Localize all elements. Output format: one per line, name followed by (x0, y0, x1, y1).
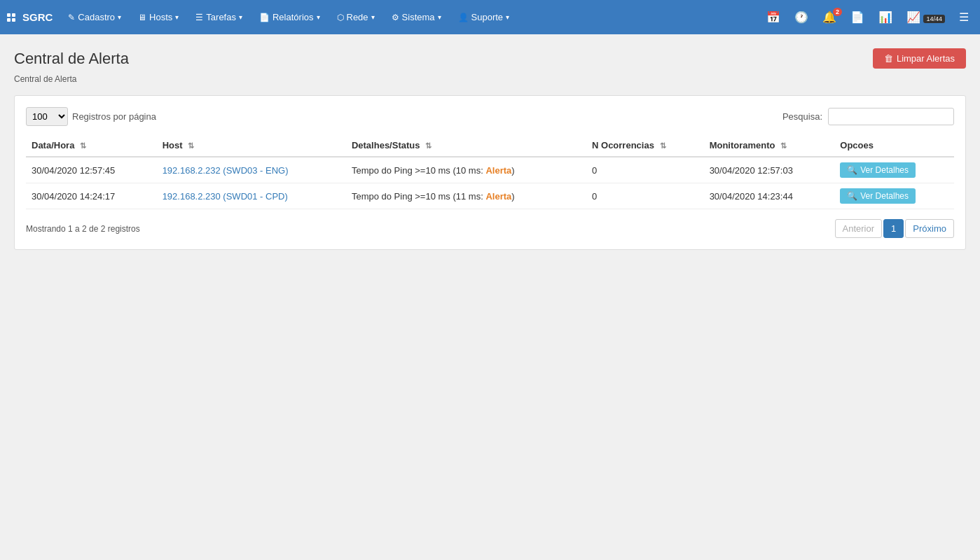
rede-caret: ▾ (371, 13, 375, 21)
nav-tarefas-label: Tarefas (206, 12, 236, 22)
page-title: Central de Alerta (14, 50, 129, 68)
cell-monitoramento-1: 30/04/2020 14:23:44 (704, 183, 835, 209)
cell-host-1: 192.168.2.230 (SWD01 - CPD) (157, 183, 346, 209)
cell-opcoes-0: 🔍Ver Detalhes (834, 157, 954, 183)
document-icon[interactable]: 📄 (846, 10, 869, 24)
suporte-caret: ▾ (506, 13, 509, 21)
brand[interactable]: SGRC (7, 11, 53, 23)
table-row: 30/04/2020 14:24:17192.168.2.230 (SWD01 … (26, 183, 954, 209)
nav-tarefas[interactable]: ☰ Tarefas ▾ (188, 0, 249, 34)
search-icon: 🔍 (847, 165, 857, 175)
counter-badge: 14/44 (923, 15, 945, 23)
sort-icon-data-hora[interactable]: ⇅ (80, 141, 86, 150)
relatorios-caret: ▾ (317, 13, 320, 21)
relatorios-icon: 📄 (259, 13, 270, 22)
cell-host-0: 192.168.2.232 (SWD03 - ENG) (157, 157, 346, 183)
col-detalhes: Detalhes/Status ⇅ (346, 134, 586, 157)
table-row: 30/04/2020 12:57:45192.168.2.232 (SWD03 … (26, 157, 954, 183)
chart-icon[interactable]: 📈 14/44 (902, 10, 949, 24)
alert-text-0: Alerta (485, 165, 511, 176)
cadastro-caret: ▾ (118, 13, 121, 21)
clear-alerts-label: Limpar Alertas (897, 53, 955, 64)
cell-data-hora-0: 30/04/2020 12:57:45 (26, 157, 157, 183)
table-footer: Mostrando 1 a 2 de 2 registros Anterior … (26, 219, 954, 238)
hosts-icon: 🖥 (138, 13, 146, 22)
nav-hosts-label: Hosts (149, 12, 172, 22)
cell-data-hora-1: 30/04/2020 14:24:17 (26, 183, 157, 209)
brand-label: SGRC (22, 11, 53, 23)
nav-relatorios[interactable]: 📄 Relatórios ▾ (252, 0, 327, 34)
clear-alerts-button[interactable]: 🗑 Limpar Alertas (873, 48, 966, 69)
suporte-icon: 👤 (458, 13, 469, 22)
navbar-right: 📅 🕐 🔔 2 📄 📊 📈 14/44 ☰ (762, 10, 973, 24)
alerts-table: Data/Hora ⇅ Host ⇅ Detalhes/Status ⇅ N O… (26, 134, 954, 209)
calendar-icon[interactable]: 📅 (762, 10, 785, 24)
navbar: SGRC ✎ Cadastro ▾ 🖥 Hosts ▾ ☰ Tarefas ▾ … (0, 0, 980, 34)
sort-icon-detalhes[interactable]: ⇅ (425, 141, 432, 150)
col-ocorrencias: N Ocorrencias ⇅ (586, 134, 704, 157)
cell-monitoramento-0: 30/04/2020 12:57:03 (704, 157, 835, 183)
tarefas-caret: ▾ (239, 13, 242, 21)
cell-ocorrencias-1: 0 (586, 183, 704, 209)
nav-cadastro[interactable]: ✎ Cadastro ▾ (61, 0, 128, 34)
prev-page-button[interactable]: Anterior (835, 219, 883, 238)
per-page-label: Registros por página (72, 111, 156, 122)
bell-badge: 2 (833, 8, 842, 16)
breadcrumb: Central de Alerta (14, 74, 966, 84)
table-icon[interactable]: 📊 (874, 10, 897, 24)
controls-row: 100 50 25 Registros por página Pesquisa: (26, 107, 954, 126)
col-host: Host ⇅ (157, 134, 346, 157)
trash-icon: 🗑 (884, 53, 893, 64)
page-container: Central de Alerta 🗑 Limpar Alertas Centr… (0, 34, 980, 560)
hosts-caret: ▾ (175, 13, 179, 21)
ver-detalhes-button-1[interactable]: 🔍Ver Detalhes (840, 188, 916, 204)
per-page-select[interactable]: 100 50 25 (26, 107, 68, 126)
main-card: 100 50 25 Registros por página Pesquisa:… (14, 95, 966, 250)
nav-sistema-label: Sistema (402, 12, 435, 22)
col-opcoes: Opcoes (834, 134, 954, 157)
host-link-0[interactable]: 192.168.2.232 (SWD03 - ENG) (163, 165, 289, 176)
sort-icon-host[interactable]: ⇅ (188, 141, 194, 150)
cell-ocorrencias-0: 0 (586, 157, 704, 183)
page-header: Central de Alerta 🗑 Limpar Alertas (14, 48, 966, 69)
search-label: Pesquisa: (782, 111, 822, 122)
nav-sistema[interactable]: ⚙ Sistema ▾ (385, 0, 448, 34)
page-1-button[interactable]: 1 (883, 219, 904, 238)
pagination: Anterior 1 Próximo (835, 219, 954, 238)
sistema-icon: ⚙ (392, 13, 399, 22)
sort-icon-monitoramento[interactable]: ⇅ (780, 141, 787, 150)
alert-text-1: Alerta (485, 191, 511, 202)
bell-icon[interactable]: 🔔 2 (818, 10, 841, 24)
cell-opcoes-1: 🔍Ver Detalhes (834, 183, 954, 209)
nav-suporte[interactable]: 👤 Suporte ▾ (451, 0, 517, 34)
nav-suporte-label: Suporte (471, 12, 504, 22)
brand-icon (7, 13, 15, 22)
col-data-hora: Data/Hora ⇅ (26, 134, 157, 157)
nav-rede[interactable]: ⬡ Rede ▾ (330, 0, 382, 34)
col-monitoramento: Monitoramento ⇅ (704, 134, 835, 157)
search-row: Pesquisa: (782, 108, 954, 125)
menu-icon[interactable]: ☰ (955, 10, 973, 24)
ver-detalhes-button-0[interactable]: 🔍Ver Detalhes (840, 162, 916, 178)
records-info: Mostrando 1 a 2 de 2 registros (26, 224, 140, 234)
next-page-button[interactable]: Próximo (905, 219, 954, 238)
sistema-caret: ▾ (438, 13, 441, 21)
tarefas-icon: ☰ (195, 13, 203, 22)
nav-rede-label: Rede (347, 12, 368, 22)
search-input[interactable] (828, 108, 954, 125)
cadastro-icon: ✎ (68, 13, 75, 22)
rede-icon: ⬡ (337, 13, 344, 22)
table-header-row: Data/Hora ⇅ Host ⇅ Detalhes/Status ⇅ N O… (26, 134, 954, 157)
nav-hosts[interactable]: 🖥 Hosts ▾ (131, 0, 186, 34)
nav-cadastro-label: Cadastro (78, 12, 115, 22)
search-icon: 🔍 (847, 191, 857, 201)
sort-icon-ocorrencias[interactable]: ⇅ (660, 141, 666, 150)
host-link-1[interactable]: 192.168.2.230 (SWD01 - CPD) (163, 191, 288, 202)
cell-detalhes-0: Tempo do Ping >=10 ms (10 ms: Alerta) (346, 157, 586, 183)
nav-relatorios-label: Relatórios (272, 12, 314, 22)
cell-detalhes-1: Tempo do Ping >=10 ms (11 ms: Alerta) (346, 183, 586, 209)
clock-icon[interactable]: 🕐 (790, 10, 813, 24)
